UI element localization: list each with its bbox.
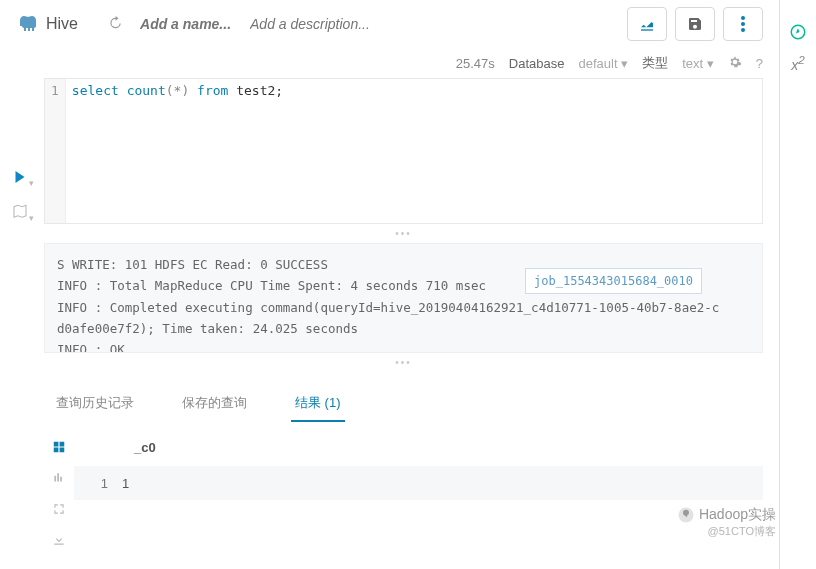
svg-point-0 — [741, 16, 745, 20]
result-table: _c0 1 1 — [74, 428, 763, 550]
name-input[interactable] — [140, 16, 250, 32]
database-label: Database — [509, 56, 565, 71]
divider: ••• — [44, 357, 763, 368]
tab-results[interactable]: 结果 (1) — [291, 386, 345, 422]
description-input[interactable] — [250, 16, 450, 32]
tab-history[interactable]: 查询历史记录 — [52, 386, 138, 422]
more-menu-button[interactable] — [723, 7, 763, 41]
run-button[interactable]: ▾ — [11, 168, 34, 189]
hive-logo: Hive — [16, 12, 78, 36]
history-icon[interactable] — [108, 16, 122, 33]
table-row: 1 1 — [74, 466, 763, 500]
svg-point-2 — [741, 28, 745, 32]
expand-icon[interactable] — [52, 502, 66, 519]
divider: ••• — [44, 228, 763, 239]
log-line: d0afe00e7f2); Time taken: 24.025 seconds — [57, 318, 750, 339]
type-label: 类型 — [642, 54, 668, 72]
log-line: INFO : Completed executing command(query… — [57, 297, 750, 318]
row-index: 1 — [74, 476, 122, 491]
chart-button[interactable] — [627, 7, 667, 41]
svg-point-1 — [741, 22, 745, 26]
column-header[interactable]: _c0 — [134, 440, 156, 455]
type-selector[interactable]: text ▾ — [682, 56, 714, 71]
app-name: Hive — [46, 15, 78, 33]
explain-button[interactable]: ▾ — [11, 203, 34, 224]
tab-saved[interactable]: 保存的查询 — [178, 386, 251, 422]
grid-view-icon[interactable] — [52, 440, 66, 457]
wechat-icon — [677, 506, 695, 524]
x-squared-icon[interactable]: x2 — [780, 53, 816, 73]
job-link[interactable]: job_1554343015684_0010 — [525, 268, 702, 294]
watermark: Hadoop实操 @51CTO博客 — [677, 506, 776, 539]
sql-editor[interactable]: 1 select count(*) from test2; — [44, 78, 763, 224]
chart-view-icon[interactable] — [52, 471, 66, 488]
line-number: 1 — [45, 79, 66, 223]
save-button[interactable] — [675, 7, 715, 41]
elephant-icon — [16, 12, 40, 36]
database-selector[interactable]: default ▾ — [579, 56, 629, 71]
exec-time: 25.47s — [456, 56, 495, 71]
cell-value: 1 — [122, 476, 129, 491]
log-output: S WRITE: 101 HDFS EC Read: 0 SUCCESS INF… — [44, 243, 763, 353]
settings-icon[interactable] — [728, 55, 742, 72]
log-line: INFO : OK — [57, 339, 750, 353]
sql-code[interactable]: select count(*) from test2; — [66, 79, 289, 223]
compass-icon[interactable] — [789, 23, 807, 41]
download-icon[interactable] — [52, 533, 66, 550]
help-icon[interactable]: ? — [756, 56, 763, 71]
